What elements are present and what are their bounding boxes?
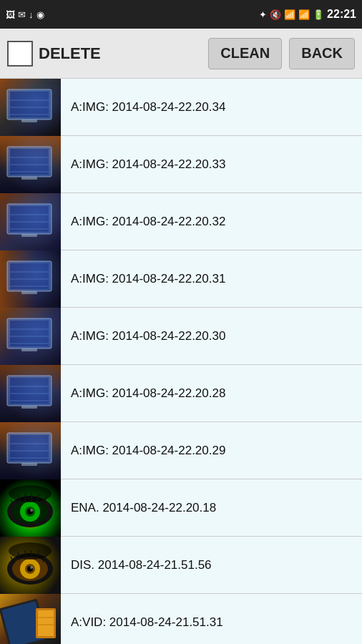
list-item[interactable]: A:IMG: 2014-08-24-22.20.28	[0, 365, 362, 422]
item-label: A:IMG: 2014-08-24-22.20.30	[61, 329, 362, 343]
list-item[interactable]: A:IMG: 2014-08-24-22.20.30	[0, 308, 362, 365]
svg-line-63	[18, 552, 20, 560]
status-left-icons: 🖼 ✉ ↓ ◉	[6, 9, 44, 20]
svg-rect-35	[21, 406, 37, 409]
thumbnail	[0, 365, 61, 422]
item-label: A:IMG: 2014-08-24-22.20.28	[61, 386, 362, 401]
item-label: ENA. 2014-08-24-22.20.18	[61, 501, 362, 515]
thumbnail	[0, 422, 61, 479]
svg-rect-23	[21, 291, 37, 294]
delete-section: DELETE	[7, 41, 201, 67]
svg-rect-41	[21, 463, 37, 466]
item-label: DIS. 2014-08-24-21.51.56	[61, 558, 362, 572]
svg-rect-5	[21, 119, 37, 122]
select-all-checkbox[interactable]	[7, 41, 33, 67]
thumbnail	[0, 79, 61, 136]
svg-rect-7	[10, 149, 49, 175]
svg-point-59	[27, 566, 33, 572]
wifi-icon: 📶	[284, 9, 295, 20]
svg-rect-69	[1, 601, 45, 644]
svg-rect-36	[7, 433, 52, 463]
svg-point-45	[25, 507, 35, 517]
item-label: A:IMG: 2014-08-24-22.20.33	[61, 157, 362, 172]
svg-line-50	[18, 495, 20, 503]
svg-rect-30	[7, 376, 52, 406]
svg-point-42	[7, 496, 53, 527]
svg-point-57	[20, 559, 40, 579]
thumbnail	[0, 136, 61, 193]
status-bar: 🖼 ✉ ↓ ◉ ✦ 🔇 📶 📶 🔋 22:21	[0, 0, 362, 29]
svg-point-47	[30, 509, 33, 512]
svg-rect-29	[21, 348, 37, 351]
svg-rect-17	[21, 234, 37, 237]
svg-line-62	[11, 557, 14, 564]
svg-rect-19	[10, 263, 49, 289]
thumbnail	[0, 193, 61, 250]
svg-point-61	[9, 542, 52, 560]
svg-rect-12	[7, 204, 52, 234]
item-label: A:VID: 2014-08-24-21.51.31	[61, 615, 362, 630]
signal-icon: 📶	[298, 9, 310, 20]
thumbnail	[0, 250, 61, 308]
list-item[interactable]: A:VID: 2014-08-24-21.51.31	[0, 594, 362, 644]
svg-rect-6	[7, 147, 52, 177]
svg-line-51	[25, 493, 26, 501]
svg-point-44	[20, 502, 40, 522]
svg-line-49	[11, 499, 14, 507]
battery-icon: 🔋	[313, 9, 324, 20]
svg-rect-68	[0, 598, 48, 644]
list-item[interactable]: ENA. 2014-08-24-22.20.18	[0, 479, 362, 537]
svg-rect-71	[38, 610, 54, 636]
svg-point-46	[27, 509, 33, 514]
gallery-icon: 🖼	[6, 9, 15, 20]
download-icon: ↓	[29, 9, 34, 20]
item-label: A:IMG: 2014-08-24-22.20.34	[61, 100, 362, 114]
list-item[interactable]: A:IMG: 2014-08-24-22.20.32	[0, 193, 362, 250]
back-button[interactable]: BACK	[289, 38, 355, 69]
svg-line-64	[25, 550, 26, 558]
svg-rect-13	[10, 206, 49, 232]
bluetooth-icon: ✦	[259, 9, 267, 20]
list-item[interactable]: A:IMG: 2014-08-24-22.20.31	[0, 250, 362, 308]
list-item[interactable]: A:IMG: 2014-08-24-22.20.33	[0, 136, 362, 193]
svg-rect-24	[7, 318, 52, 348]
list-item[interactable]: A:IMG: 2014-08-24-22.20.34	[0, 79, 362, 136]
list-item[interactable]: A:IMG: 2014-08-24-22.20.29	[0, 422, 362, 479]
status-time: 22:21	[327, 8, 356, 21]
svg-line-54	[43, 497, 47, 504]
svg-point-58	[25, 564, 35, 574]
thumbnail	[0, 479, 61, 537]
svg-point-56	[12, 557, 48, 581]
thumbnail	[0, 537, 61, 594]
thumbnail	[0, 594, 61, 645]
svg-line-53	[37, 494, 39, 502]
svg-rect-25	[10, 321, 49, 346]
delete-label[interactable]: DELETE	[39, 44, 101, 63]
mute-icon: 🔇	[270, 9, 281, 20]
svg-rect-11	[21, 177, 37, 180]
media-list: A:IMG: 2014-08-24-22.20.34 A:IMG: 2014-0…	[0, 79, 362, 644]
svg-line-67	[43, 555, 47, 562]
svg-rect-18	[7, 261, 52, 291]
svg-rect-0	[7, 89, 52, 119]
svg-rect-70	[36, 608, 56, 638]
svg-rect-31	[10, 378, 49, 404]
svg-point-60	[30, 566, 33, 569]
app-icon: ◉	[36, 9, 44, 20]
svg-point-43	[12, 499, 48, 524]
item-label: A:IMG: 2014-08-24-22.20.31	[61, 272, 362, 286]
item-label: A:IMG: 2014-08-24-22.20.32	[61, 215, 362, 229]
email-icon: ✉	[18, 9, 26, 20]
thumbnail	[0, 308, 61, 365]
svg-rect-37	[10, 435, 49, 461]
list-item[interactable]: DIS. 2014-08-24-21.51.56	[0, 537, 362, 594]
svg-line-66	[37, 551, 39, 559]
item-label: A:IMG: 2014-08-24-22.20.29	[61, 444, 362, 458]
svg-point-55	[7, 553, 53, 585]
svg-rect-1	[10, 92, 49, 117]
status-right-icons: ✦ 🔇 📶 📶 🔋 22:21	[259, 8, 356, 21]
toolbar: DELETE CLEAN BACK	[0, 29, 362, 79]
svg-point-48	[9, 485, 52, 502]
clean-button[interactable]: CLEAN	[208, 38, 282, 69]
